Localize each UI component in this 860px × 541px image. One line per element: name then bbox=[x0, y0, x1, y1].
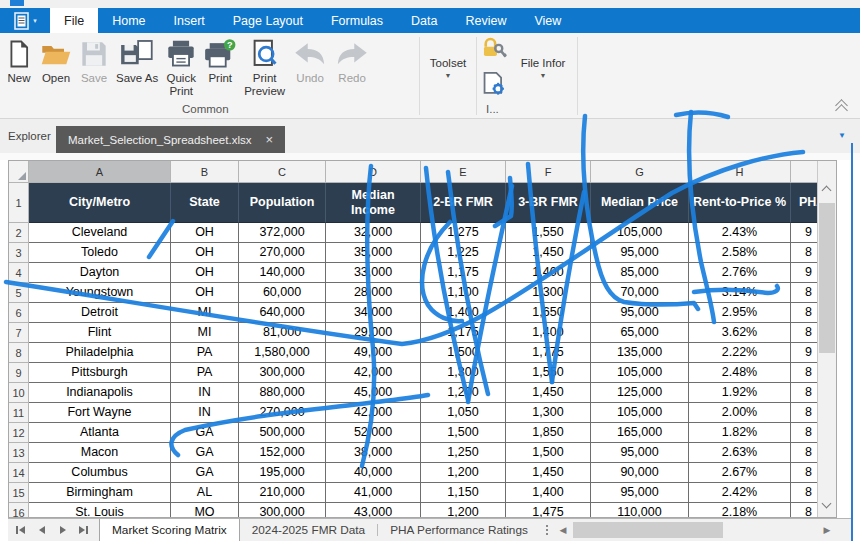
cell[interactable]: Detroit bbox=[29, 303, 171, 323]
cell[interactable]: PA bbox=[171, 363, 239, 383]
print-button[interactable]: ?Print bbox=[200, 35, 240, 101]
cell[interactable]: 1,500 bbox=[421, 423, 506, 443]
row-header-14[interactable]: 14 bbox=[9, 463, 29, 483]
ribbon-tab-view[interactable]: View bbox=[520, 8, 575, 33]
cell[interactable]: OH bbox=[171, 283, 239, 303]
cell[interactable]: Youngstown bbox=[29, 283, 171, 303]
cell[interactable]: 2.63% bbox=[689, 443, 791, 463]
cell[interactable]: 1,250 bbox=[421, 443, 506, 463]
cell[interactable]: IN bbox=[171, 383, 239, 403]
cell[interactable]: 95,000 bbox=[591, 243, 689, 263]
cell[interactable]: 1,400 bbox=[506, 323, 591, 343]
cell[interactable]: 1,300 bbox=[506, 403, 591, 423]
table-header-cell[interactable]: Median Price bbox=[591, 183, 689, 223]
cell[interactable]: 32,000 bbox=[326, 223, 421, 243]
row-header-3[interactable]: 3 bbox=[9, 243, 29, 263]
cell[interactable]: 1,200 bbox=[421, 503, 506, 518]
table-header-cell[interactable]: City/Metro bbox=[29, 183, 171, 223]
cell[interactable]: 1.92% bbox=[689, 383, 791, 403]
cell[interactable]: 9 bbox=[791, 263, 819, 283]
cell[interactable]: 2.00% bbox=[689, 403, 791, 423]
cell[interactable]: 34,000 bbox=[326, 303, 421, 323]
column-header-E[interactable]: E bbox=[421, 161, 506, 183]
cell[interactable]: 95,000 bbox=[591, 443, 689, 463]
cell[interactable]: OH bbox=[171, 263, 239, 283]
cell[interactable]: 70,000 bbox=[591, 283, 689, 303]
cell[interactable]: 2.95% bbox=[689, 303, 791, 323]
cell[interactable]: 1,175 bbox=[421, 263, 506, 283]
cell[interactable]: Fort Wayne bbox=[29, 403, 171, 423]
next-sheet-button[interactable] bbox=[56, 524, 70, 536]
cell[interactable]: 3.14% bbox=[689, 283, 791, 303]
cell[interactable]: 1,225 bbox=[421, 243, 506, 263]
column-header-C[interactable]: C bbox=[239, 161, 326, 183]
cell[interactable]: 300,000 bbox=[239, 363, 326, 383]
cell[interactable]: GA bbox=[171, 463, 239, 483]
table-header-cell[interactable]: Rent-to-Price % bbox=[689, 183, 791, 223]
scroll-down-button[interactable] bbox=[818, 499, 836, 516]
cell[interactable]: 8 bbox=[791, 363, 819, 383]
explorer-panel-tab[interactable]: Explorer bbox=[8, 130, 51, 142]
cell[interactable]: 1,450 bbox=[506, 243, 591, 263]
table-header-cell[interactable]: State bbox=[171, 183, 239, 223]
cell[interactable]: 210,000 bbox=[239, 483, 326, 503]
row-header-1[interactable]: 1 bbox=[9, 183, 29, 223]
vertical-scrollbar-thumb[interactable] bbox=[819, 203, 835, 353]
cell[interactable]: 110,000 bbox=[591, 503, 689, 518]
cell[interactable]: 29,000 bbox=[326, 323, 421, 343]
cell[interactable]: 81,000 bbox=[239, 323, 326, 343]
cell[interactable]: 2.43% bbox=[689, 223, 791, 243]
cell[interactable]: 1,150 bbox=[421, 483, 506, 503]
last-sheet-button[interactable] bbox=[77, 524, 91, 536]
cell[interactable]: 270,000 bbox=[239, 243, 326, 263]
cell[interactable]: 1,200 bbox=[421, 463, 506, 483]
cell[interactable]: 8 bbox=[791, 283, 819, 303]
cell[interactable]: 1,175 bbox=[421, 323, 506, 343]
cell[interactable]: Pittsburgh bbox=[29, 363, 171, 383]
cell[interactable]: 8 bbox=[791, 423, 819, 443]
cell[interactable]: MI bbox=[171, 303, 239, 323]
cell[interactable]: 1,400 bbox=[506, 483, 591, 503]
cell[interactable]: 880,000 bbox=[239, 383, 326, 403]
cell[interactable]: 1,400 bbox=[421, 303, 506, 323]
cell[interactable]: 1,300 bbox=[421, 363, 506, 383]
cell[interactable]: 2.76% bbox=[689, 263, 791, 283]
ribbon-tab-formulas[interactable]: Formulas bbox=[317, 8, 397, 33]
cell[interactable]: 9 bbox=[791, 343, 819, 363]
cell[interactable]: 8 bbox=[791, 383, 819, 403]
column-header-G[interactable]: G bbox=[591, 161, 689, 183]
collapse-ribbon-button[interactable] bbox=[834, 100, 850, 114]
undo-button[interactable]: Undo bbox=[289, 35, 331, 101]
cell[interactable]: 1,500 bbox=[421, 343, 506, 363]
cell[interactable]: 8 bbox=[791, 303, 819, 323]
cell[interactable]: Toledo bbox=[29, 243, 171, 263]
cell[interactable]: Birmingham bbox=[29, 483, 171, 503]
file-info-dropdown-button[interactable]: File Infor ▼ bbox=[512, 35, 574, 101]
first-sheet-button[interactable] bbox=[14, 524, 28, 536]
sheet-tab-pha-performance-ratings[interactable]: PHA Performance Ratings bbox=[378, 519, 540, 541]
cell[interactable]: Columbus bbox=[29, 463, 171, 483]
cell[interactable]: 85,000 bbox=[591, 263, 689, 283]
cell[interactable]: 60,000 bbox=[239, 283, 326, 303]
cell[interactable]: 1,500 bbox=[506, 443, 591, 463]
row-header-2[interactable]: 2 bbox=[9, 223, 29, 243]
cell[interactable]: 1,475 bbox=[506, 503, 591, 518]
cell[interactable]: 8 bbox=[791, 243, 819, 263]
table-header-cell[interactable]: 2-BR FMR bbox=[421, 183, 506, 223]
cell[interactable]: 152,000 bbox=[239, 443, 326, 463]
column-header-F[interactable]: F bbox=[506, 161, 591, 183]
cell[interactable]: 95,000 bbox=[591, 483, 689, 503]
row-header-6[interactable]: 6 bbox=[9, 303, 29, 323]
cell[interactable]: 105,000 bbox=[591, 403, 689, 423]
cell[interactable]: Cleveland bbox=[29, 223, 171, 243]
cell[interactable]: 1,550 bbox=[506, 223, 591, 243]
column-header-H[interactable]: H bbox=[689, 161, 791, 183]
cell[interactable]: 42,000 bbox=[326, 363, 421, 383]
table-header-cell[interactable]: Median Income bbox=[326, 183, 421, 223]
row-header-8[interactable]: 8 bbox=[9, 343, 29, 363]
column-header-B[interactable]: B bbox=[171, 161, 239, 183]
cell[interactable]: GA bbox=[171, 443, 239, 463]
cell[interactable]: Macon bbox=[29, 443, 171, 463]
row-header-15[interactable]: 15 bbox=[9, 483, 29, 503]
cell[interactable]: 640,000 bbox=[239, 303, 326, 323]
